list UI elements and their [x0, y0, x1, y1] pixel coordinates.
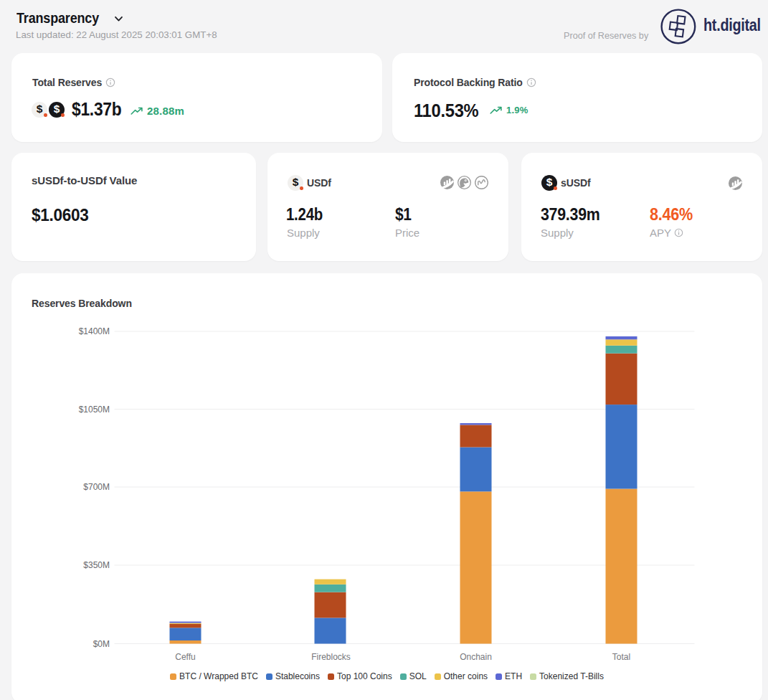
svg-text:Ceffu: Ceffu: [175, 652, 195, 662]
svg-text:Onchain: Onchain: [460, 652, 492, 662]
svg-text:$350M: $350M: [83, 560, 110, 570]
svg-text:$700M: $700M: [83, 482, 110, 492]
svg-text:Fireblocks: Fireblocks: [311, 652, 351, 662]
svg-text:Total: Total: [612, 652, 630, 662]
svg-text:$1400M: $1400M: [79, 326, 110, 336]
svg-text:$0M: $0M: [93, 639, 110, 649]
svg-text:$1050M: $1050M: [79, 405, 110, 415]
